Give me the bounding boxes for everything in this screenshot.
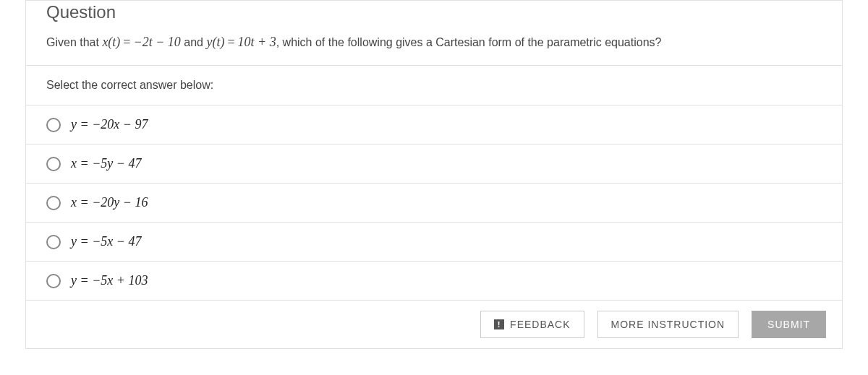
prompt-text-pre: Given that <box>46 36 102 48</box>
option-4[interactable]: y = −5x − 47 <box>26 222 842 261</box>
more-instruction-button[interactable]: MORE INSTRUCTION <box>597 311 739 338</box>
equation-2: y(t)=10t + 3 <box>206 35 276 49</box>
submit-label: SUBMIT <box>767 319 810 330</box>
question-title: Question <box>46 2 822 22</box>
feedback-label: FEEDBACK <box>510 319 570 330</box>
radio-icon <box>46 157 61 171</box>
footer-actions: ! FEEDBACK MORE INSTRUCTION SUBMIT <box>26 300 842 348</box>
option-3[interactable]: x = −20y − 16 <box>26 183 842 222</box>
question-header: Question Given that x(t)=−2t − 10 and y(… <box>26 1 842 65</box>
option-5[interactable]: y = −5x + 103 <box>26 261 842 300</box>
prompt-text-post: , which of the following gives a Cartesi… <box>276 36 662 48</box>
radio-icon <box>46 235 61 249</box>
option-label: y = −20x − 97 <box>71 117 148 132</box>
instruction-text: Select the correct answer below: <box>26 65 842 105</box>
option-2[interactable]: x = −5y − 47 <box>26 144 842 183</box>
question-prompt: Given that x(t)=−2t − 10 and y(t)=10t + … <box>46 33 822 52</box>
feedback-icon: ! <box>494 319 504 329</box>
option-1[interactable]: y = −20x − 97 <box>26 105 842 144</box>
prompt-text-mid: and <box>181 36 207 48</box>
more-instruction-label: MORE INSTRUCTION <box>611 319 726 330</box>
option-label: x = −20y − 16 <box>71 195 148 210</box>
equation-1: x(t)=−2t − 10 <box>102 35 180 49</box>
radio-icon <box>46 118 61 132</box>
feedback-button[interactable]: ! FEEDBACK <box>480 311 584 338</box>
option-label: y = −5x − 47 <box>71 234 141 249</box>
radio-icon <box>46 274 61 288</box>
question-card: Question Given that x(t)=−2t − 10 and y(… <box>25 0 843 349</box>
submit-button[interactable]: SUBMIT <box>752 311 826 338</box>
option-label: x = −5y − 47 <box>71 156 141 171</box>
option-label: y = −5x + 103 <box>71 273 148 288</box>
radio-icon <box>46 196 61 210</box>
